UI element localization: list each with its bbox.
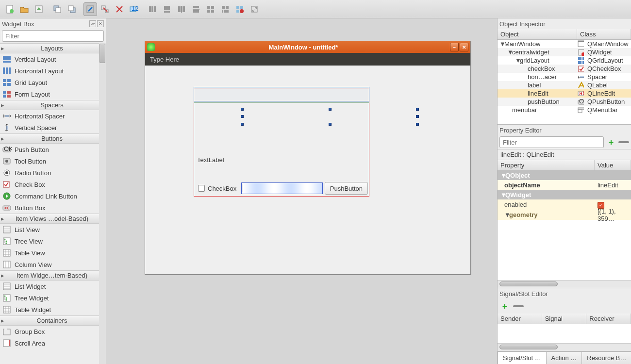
pushbutton-widget[interactable]: PushButton <box>325 182 368 195</box>
widget-group-header[interactable]: ▸Buttons <box>0 133 99 144</box>
inspector-tree[interactable]: ▼MainWindowQMainWindow▼centralwidgetQWid… <box>498 40 631 124</box>
form-window[interactable]: MainWindow - untitled* – ✕ Type Here Tex… <box>145 41 471 275</box>
resize-handle[interactable] <box>329 123 332 126</box>
tree-row[interactable]: menubarQMenuBar <box>498 106 631 114</box>
tree-row[interactable]: pushButtonOKQPushButton <box>498 98 631 106</box>
widget-item[interactable]: Tree View <box>0 235 99 247</box>
tree-row[interactable]: labelQLabel <box>498 81 631 89</box>
widget-group-header[interactable]: ▸Item Views …odel-Based) <box>0 214 99 224</box>
add-property-button[interactable]: + <box>606 137 616 148</box>
form-body[interactable]: TextLabel CheckBox PushButton <box>145 66 470 274</box>
tree-row[interactable]: checkBoxQCheckBox <box>498 65 631 73</box>
save-file-button[interactable] <box>32 2 46 16</box>
layout-horiz-button[interactable] <box>146 2 159 16</box>
send-back-button[interactable] <box>50 2 64 16</box>
object-column-header[interactable]: Object <box>498 29 577 39</box>
layout-vert-button[interactable] <box>160 2 174 16</box>
adjust-size-button[interactable] <box>248 2 261 16</box>
checkbox-widget[interactable]: CheckBox <box>195 185 239 192</box>
widget-group-header[interactable]: ▸Layouts <box>0 43 99 53</box>
widget-group-header[interactable]: ▸Containers <box>0 315 99 326</box>
property-row[interactable]: objectNamelineEdit <box>498 180 631 190</box>
widget-group-header[interactable]: ▸Item Widge…tem-Based) <box>0 270 99 281</box>
widget-item[interactable]: Grid Layout <box>0 77 99 88</box>
bottom-tab[interactable]: Signal/Slot … <box>498 351 547 364</box>
resize-handle[interactable] <box>416 115 419 118</box>
widget-item[interactable]: List Widget <box>0 281 99 292</box>
edit-widgets-button[interactable] <box>83 2 97 16</box>
widget-item[interactable]: Scroll Area <box>0 337 99 349</box>
lineedit-widget[interactable] <box>241 182 323 194</box>
form-menubar[interactable]: Type Here <box>145 53 470 66</box>
resize-handle[interactable] <box>329 108 332 111</box>
layout-hsplit-button[interactable] <box>175 2 188 16</box>
bring-front-button[interactable] <box>65 2 79 16</box>
widget-item[interactable]: Radio Button <box>0 167 99 179</box>
resize-handle[interactable] <box>416 123 419 126</box>
sender-column-header[interactable]: Sender <box>498 314 542 324</box>
widget-item[interactable]: Button Box <box>0 202 99 214</box>
widget-box-list[interactable]: ▸LayoutsVertical LayoutHorizontal Layout… <box>0 43 106 364</box>
grid-layout-outline[interactable]: TextLabel CheckBox PushButton <box>194 88 369 197</box>
widget-item[interactable]: Table View <box>0 247 99 259</box>
widget-item[interactable]: Form Layout <box>0 88 99 100</box>
layout-grid-button[interactable] <box>204 2 217 16</box>
value-column-header[interactable]: Value <box>595 160 631 170</box>
property-group[interactable]: ▼ QWidget <box>498 190 631 199</box>
tree-row[interactable]: ▼MainWindowQMainWindow <box>498 40 631 48</box>
dock-button[interactable]: ▱ <box>89 20 96 27</box>
bottom-tab[interactable]: Resource B… <box>581 351 631 364</box>
resize-handle[interactable] <box>241 115 244 118</box>
close-button[interactable]: ✕ <box>460 43 468 51</box>
property-group[interactable]: ▼ QObject <box>498 171 631 180</box>
resize-handle[interactable] <box>241 123 244 126</box>
design-canvas[interactable]: MainWindow - untitled* – ✕ Type Here Tex… <box>106 18 497 364</box>
widget-box-filter[interactable] <box>2 30 104 42</box>
break-layout-button[interactable] <box>233 2 247 16</box>
widget-item[interactable]: Table Widget <box>0 304 99 315</box>
remove-signal-button[interactable] <box>513 305 524 307</box>
checkbox-box[interactable] <box>198 185 205 192</box>
widget-item[interactable]: OKPush Button <box>0 144 99 155</box>
receiver-column-header[interactable]: Receiver <box>586 314 631 324</box>
tree-row[interactable]: lineEditab|QLineEdit <box>498 89 631 98</box>
selection-outline[interactable] <box>194 87 369 101</box>
label-widget[interactable]: TextLabel <box>197 156 224 164</box>
property-hscroll[interactable] <box>498 280 631 288</box>
resize-handle[interactable] <box>241 108 244 111</box>
new-file-button[interactable] <box>3 2 17 16</box>
signal-hscroll[interactable] <box>498 343 631 351</box>
property-filter[interactable] <box>499 136 604 148</box>
scrollbar[interactable] <box>99 43 106 364</box>
widget-group-header[interactable]: ▸Spacers <box>0 100 99 110</box>
bottom-tab[interactable]: Action … <box>546 351 582 364</box>
widget-item[interactable]: List View <box>0 224 99 235</box>
widget-item[interactable]: Command Link Button <box>0 190 99 202</box>
add-signal-button[interactable]: + <box>499 301 510 312</box>
layout-vsplit-button[interactable] <box>189 2 203 16</box>
signal-column-header[interactable]: Signal <box>542 314 587 324</box>
widget-item[interactable]: Check Box <box>0 179 99 190</box>
property-row[interactable]: ▼geometry[(1, 1), 359… <box>498 210 631 220</box>
edit-signals-button[interactable] <box>98 2 112 16</box>
minimize-button[interactable]: – <box>450 43 459 51</box>
widget-item[interactable]: Group Box <box>0 326 99 337</box>
tree-row[interactable]: ▼gridLayoutQGridLayout <box>498 56 631 65</box>
property-column-header[interactable]: Property <box>498 160 595 170</box>
widget-item[interactable]: Horizontal Layout <box>0 65 99 77</box>
widget-item[interactable]: Horizontal Spacer <box>0 110 99 122</box>
open-file-button[interactable] <box>17 2 31 16</box>
edit-buddies-button[interactable] <box>113 2 126 16</box>
widget-item[interactable]: Column View <box>0 259 99 270</box>
class-column-header[interactable]: Class <box>577 29 631 39</box>
tree-row[interactable]: hori…acerSpacer <box>498 73 631 81</box>
edit-tab-order-button[interactable]: 123 <box>127 2 141 16</box>
close-panel-button[interactable]: ✕ <box>97 20 104 27</box>
widget-item[interactable]: Tree Widget <box>0 292 99 304</box>
widget-item[interactable]: Vertical Layout <box>0 53 99 65</box>
resize-handle[interactable] <box>416 108 419 111</box>
menu-placeholder[interactable]: Type Here <box>150 56 179 63</box>
form-titlebar[interactable]: MainWindow - untitled* – ✕ <box>145 41 470 53</box>
layout-form-button[interactable] <box>218 2 232 16</box>
widget-item[interactable]: Vertical Spacer <box>0 122 99 133</box>
